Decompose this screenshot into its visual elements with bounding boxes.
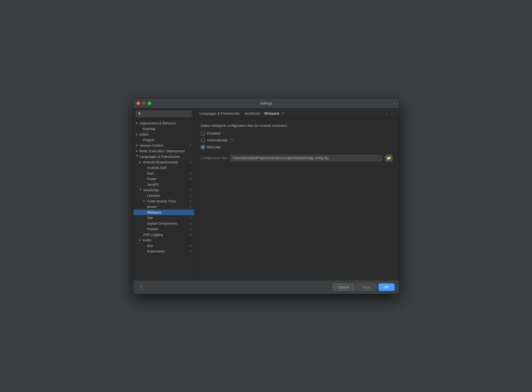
arrow-icon: ▶ (136, 155, 139, 158)
radio-label-automatically: Automatically (207, 138, 228, 142)
sidebar-item-label: JavaFX (147, 182, 191, 186)
help-button[interactable]: ? (138, 284, 145, 290)
radio-item-automatically[interactable]: Automatically? (201, 138, 393, 142)
sidebar-item-label: Version Control (140, 143, 189, 147)
breadcrumb-arrow-2: › (262, 112, 263, 115)
apply-button[interactable]: Apply (356, 283, 376, 291)
sidebar-item-label: Keymap (143, 127, 191, 131)
sidebar-item-dart[interactable]: Dart⊟ (133, 171, 194, 176)
sidebar-item-label: JVM Logging (143, 233, 189, 237)
minimize-button[interactable] (142, 102, 146, 105)
sidebar-item-ktor[interactable]: Ktor⊟ (133, 243, 194, 249)
radio-circle-disabled (201, 131, 205, 136)
db-icon: ⊟ (189, 172, 191, 175)
main-panel: Languages & Frameworks › JavaScript › We… (194, 108, 399, 280)
config-file-input[interactable] (230, 155, 382, 161)
search-input[interactable] (136, 111, 191, 117)
sidebar-item-android-sdk[interactable]: Android SDK (133, 165, 194, 171)
help-icon-automatically[interactable]: ? (230, 138, 234, 142)
sidebar-item-code-quality-tools[interactable]: ▶Code Quality Tools⊟ (133, 198, 194, 204)
sidebar-item-languages-frameworks[interactable]: ▶Languages & Frameworks (133, 154, 194, 159)
sidebar-item-vite[interactable]: Vite⊟ (133, 215, 194, 221)
db-icon: ⊟ (189, 216, 191, 219)
maximize-button[interactable] (148, 102, 151, 105)
sidebar: 🔍 ▶Appearance & BehaviorKeymap▶EditorPlu… (133, 108, 194, 280)
sidebar-item-javascript[interactable]: ▶JavaScript⊟ (133, 187, 194, 193)
window-title: Settings (260, 101, 272, 105)
radio-circle-manually (201, 145, 205, 149)
db-icon: ⊟ (189, 250, 191, 253)
settings-window: Settings ✓ 🔍 ▶Appearance & BehaviorKeyma… (133, 98, 399, 294)
breadcrumb-arrow-1: › (241, 112, 242, 115)
sidebar-item-kubernetes[interactable]: Kubernetes⊟ (133, 249, 194, 254)
titlebar: Settings ✓ (133, 98, 399, 108)
sidebar-item-label: Bower (147, 205, 189, 209)
search-icon: 🔍 (138, 112, 142, 115)
ok-button[interactable]: OK (378, 283, 395, 291)
sidebar-item-styled-components[interactable]: Styled Components⊟ (133, 221, 194, 226)
arrow-icon: ▶ (139, 239, 142, 241)
sidebar-item-label: Prettier (147, 227, 189, 231)
breadcrumb: Languages & Frameworks › JavaScript › We… (194, 108, 399, 118)
sidebar-item-flutter[interactable]: Flutter⊟ (133, 176, 194, 182)
radio-item-manually[interactable]: Manually (201, 145, 393, 149)
sidebar-item-keymap[interactable]: Keymap (133, 126, 194, 132)
config-file-label: Configuration file: (201, 156, 228, 160)
sidebar-item-label: Kubernetes (147, 249, 189, 253)
sidebar-item-javafx[interactable]: JavaFX (133, 182, 194, 187)
sidebar-item-label: Editor (140, 132, 191, 136)
radio-label-manually: Manually (207, 145, 221, 149)
nav-buttons: ‹ › (385, 111, 394, 116)
breadcrumb-part3[interactable]: Webpack (264, 111, 279, 115)
sidebar-item-editor[interactable]: ▶Editor (133, 132, 194, 137)
folder-browse-button[interactable]: 📁 (385, 155, 393, 162)
config-file-row: Configuration file: 📁 (201, 155, 393, 162)
detect-label: Detect Webpack configuration files for m… (201, 124, 393, 128)
nav-back-button[interactable]: ‹ (385, 111, 389, 116)
sidebar-item-webpack[interactable]: Webpack⊟ (133, 210, 194, 215)
db-icon: ⊟ (189, 189, 191, 191)
breadcrumb-part2[interactable]: JavaScript (244, 111, 260, 115)
main-layout: 🔍 ▶Appearance & BehaviorKeymap▶EditorPlu… (133, 108, 399, 280)
sidebar-item-label: Build, Execution, Deployment (140, 149, 191, 153)
db-icon: ⊟ (189, 161, 191, 164)
db-icon: ⊟ (189, 205, 191, 208)
sidebar-item-jvm-logging[interactable]: JVM Logging⊟ (133, 232, 194, 237)
sidebar-item-android-experimental[interactable]: ▶Android (Experimental)⊟ (133, 159, 194, 165)
search-box: 🔍 (133, 108, 194, 119)
breadcrumb-part1[interactable]: Languages & Frameworks (200, 111, 240, 115)
arrow-icon: ▶ (136, 133, 139, 136)
sidebar-item-bower[interactable]: Bower⊟ (133, 204, 194, 210)
db-icon: ⊟ (189, 222, 191, 225)
sidebar-item-label: Code Quality Tools (147, 199, 189, 203)
arrow-icon: ▶ (136, 150, 139, 152)
radio-dot (202, 146, 204, 148)
db-icon: ⊟ (189, 194, 191, 197)
search-wrap: 🔍 (136, 111, 191, 117)
sidebar-item-libraries[interactable]: Libraries⊟ (133, 193, 194, 198)
close-button[interactable] (137, 102, 140, 105)
sidebar-item-label: Appearance & Behavior (140, 121, 191, 125)
sidebar-item-label: Android (Experimental) (143, 160, 189, 164)
check-icon: ✓ (392, 101, 396, 106)
sidebar-item-build-execution[interactable]: ▶Build, Execution, Deployment (133, 148, 194, 154)
sidebar-item-label: Kotlin (143, 238, 191, 242)
cancel-button[interactable]: Cancel (333, 283, 354, 291)
sidebar-item-label: Dart (147, 171, 189, 175)
radio-group: DisabledAutomatically?Manually (201, 131, 393, 149)
arrow-icon: ▶ (139, 189, 142, 191)
sidebar-item-label: Styled Components (147, 221, 189, 225)
nav-forward-button[interactable]: › (390, 111, 393, 116)
radio-item-disabled[interactable]: Disabled (201, 131, 393, 136)
sidebar-item-label: Plugins (143, 138, 191, 142)
sidebar-item-kotlin[interactable]: ▶Kotlin (133, 237, 194, 243)
main-content: Detect Webpack configuration files for m… (194, 118, 399, 280)
sidebar-item-appearance-behavior[interactable]: ▶Appearance & Behavior (133, 120, 194, 126)
arrow-icon: ▶ (139, 161, 142, 163)
sidebar-item-prettier[interactable]: Prettier⊟ (133, 226, 194, 232)
sidebar-item-plugins[interactable]: Plugins (133, 137, 194, 143)
sidebar-item-version-control[interactable]: ▶Version Control⊟ (133, 143, 194, 148)
db-icon: ⊟ (189, 244, 191, 247)
radio-label-disabled: Disabled (207, 131, 221, 135)
arrow-icon: ▶ (136, 144, 139, 147)
